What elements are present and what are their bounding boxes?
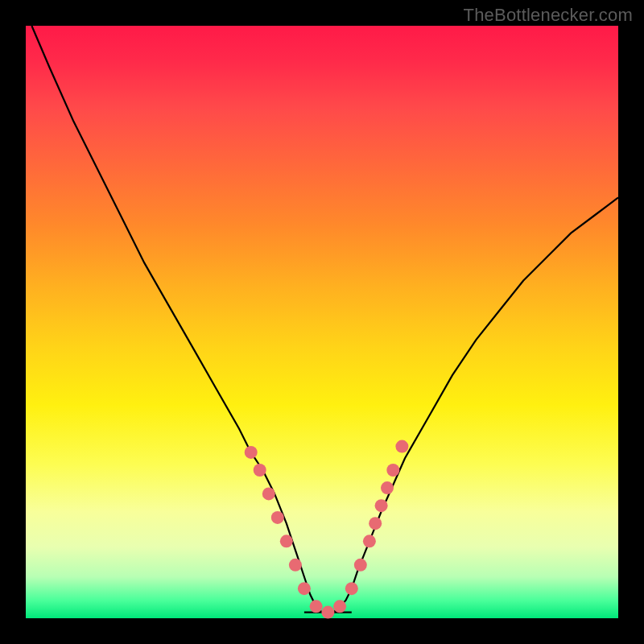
highlight-dot [369,517,382,530]
highlight-dot [280,535,293,547]
highlight-dot [345,582,358,595]
highlight-dot [375,499,388,512]
highlight-dot [254,464,266,477]
highlight-dot [245,446,258,459]
highlight-dot [333,600,346,613]
chart-svg [26,26,618,618]
plot-area [26,26,618,618]
highlight-dot [363,535,376,547]
highlight-dots-group [245,440,409,619]
highlight-dot [381,481,394,494]
highlight-dot [262,487,275,500]
highlight-dot [310,600,323,613]
highlight-dot [354,559,367,572]
chart-frame: TheBottlenecker.com [0,0,644,644]
watermark-text: TheBottlenecker.com [464,5,633,26]
highlight-dot [321,606,334,619]
bottleneck-curve [31,26,618,613]
highlight-dot [271,511,284,524]
highlight-dot [386,464,399,477]
highlight-dot [395,440,408,453]
highlight-dot [298,582,311,595]
highlight-dot [289,559,302,572]
